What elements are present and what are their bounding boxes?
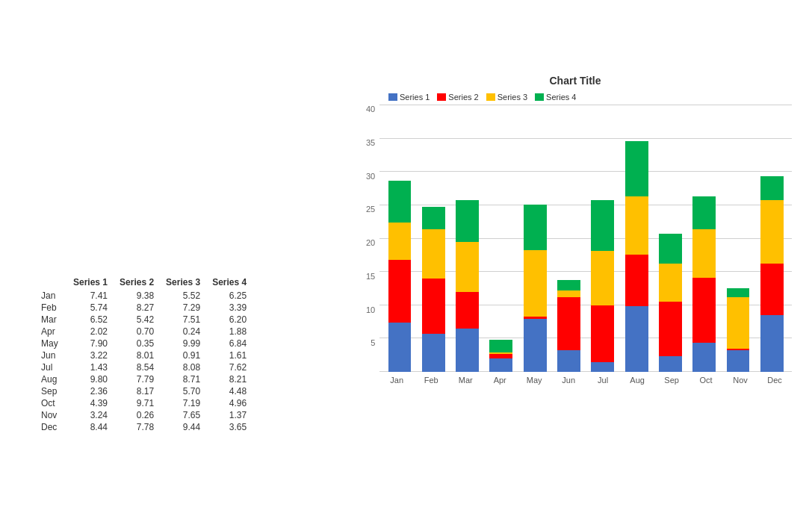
bar-segment-s1	[760, 315, 784, 372]
bar-segment-s4	[659, 234, 682, 264]
chart-area: Chart Title Series 1Series 2Series 3Seri…	[359, 75, 792, 441]
bar-group	[450, 105, 484, 372]
bar-group	[417, 105, 450, 372]
y-axis-tick: 5	[371, 338, 375, 347]
table-row: Mar 6.52 5.42 7.51 6.20	[41, 314, 252, 326]
cell-s2: 7.78	[114, 421, 160, 433]
y-axis: 403530252015105	[366, 105, 379, 388]
table-row: Sep 2.36 8.17 5.70 4.48	[41, 385, 252, 397]
x-axis-label: Jul	[586, 372, 620, 388]
table-row: Feb 5.74 8.27 7.29 3.39	[41, 302, 252, 314]
cell-s1: 7.90	[67, 338, 114, 349]
legend-item-4: Series 4	[535, 93, 576, 102]
cell-s1: 3.24	[67, 409, 114, 421]
cell-s1: 2.02	[67, 326, 114, 338]
bar-segment-s1	[692, 343, 716, 372]
bar-segment-s4	[760, 176, 784, 201]
cell-s4: 1.37	[206, 409, 252, 421]
table-row: Aug 9.80 7.79 8.71 8.21	[41, 373, 252, 385]
legend-color-4	[535, 93, 544, 101]
x-axis-label: Jun	[551, 372, 586, 388]
cell-s1: 2.36	[67, 385, 114, 397]
x-axis-label: Dec	[757, 372, 792, 388]
cell-s2: 8.54	[114, 361, 160, 373]
bar-group	[382, 105, 416, 372]
col-header-s1: Series 1	[67, 276, 114, 290]
bar-group	[755, 105, 789, 372]
bar-group	[654, 105, 687, 372]
col-header-s3: Series 3	[160, 276, 206, 290]
y-axis-tick: 20	[366, 238, 375, 247]
col-header-s4: Series 4	[206, 276, 252, 290]
row-label: Jan	[41, 290, 67, 302]
bar-segment-s2	[625, 255, 648, 307]
cell-s4: 1.61	[206, 349, 252, 361]
bar-segment-s3	[760, 200, 784, 263]
cell-s4: 3.39	[206, 302, 252, 314]
bar-segment-s3	[591, 251, 614, 305]
bar-segment-s1	[456, 329, 479, 372]
page-container: Series 1 Series 2 Series 3 Series 4 Jan …	[0, 0, 812, 513]
cell-s2: 8.27	[114, 302, 160, 314]
row-label: Aug	[41, 373, 67, 385]
chart-legend: Series 1Series 2Series 3Series 4	[388, 93, 792, 102]
row-label: Jul	[41, 361, 67, 373]
cell-s2: 5.42	[114, 314, 160, 326]
cell-s1: 3.22	[67, 349, 114, 361]
cell-s3: 0.24	[160, 326, 206, 338]
row-label: Jun	[41, 349, 67, 361]
cell-s4: 7.62	[206, 361, 252, 373]
bar-segment-s2	[388, 260, 412, 323]
bar-segment-s4	[625, 141, 648, 196]
cell-s3: 7.51	[160, 314, 206, 326]
cell-s1: 5.74	[67, 302, 114, 314]
bar-segment-s4	[692, 196, 716, 229]
bar-segment-s4	[591, 200, 614, 251]
cell-s2: 9.38	[114, 290, 160, 302]
bar-segment-s4	[727, 288, 750, 297]
cell-s4: 4.48	[206, 385, 252, 397]
bar-segment-s4	[456, 200, 479, 241]
cell-s4: 6.84	[206, 338, 252, 349]
bar-segment-s3	[456, 242, 479, 292]
legend-label-1: Series 1	[400, 93, 430, 102]
cell-s3: 8.71	[160, 373, 206, 385]
row-label: Dec	[41, 421, 67, 433]
table-row: May 7.90 0.35 9.99 6.84	[41, 338, 252, 349]
bar-segment-s3	[524, 250, 547, 317]
table-row: Jun 3.22 8.01 0.91 1.61	[41, 349, 252, 361]
row-label: May	[41, 338, 67, 349]
legend-color-1	[388, 93, 397, 101]
bar-segment-s1	[524, 319, 547, 372]
row-label: Nov	[41, 409, 67, 421]
row-label: Feb	[41, 302, 67, 314]
cell-s3: 7.65	[160, 409, 206, 421]
x-axis-label: Nov	[723, 372, 757, 388]
table-row: Jan 7.41 9.38 5.52 6.25	[41, 290, 252, 302]
x-axis-label: May	[517, 372, 551, 388]
stacked-bar	[659, 234, 682, 372]
y-axis-tick: 30	[366, 172, 375, 181]
legend-item-2: Series 2	[437, 93, 478, 102]
cell-s1: 1.43	[67, 361, 114, 373]
cell-s3: 5.70	[160, 385, 206, 397]
table-row: Nov 3.24 0.26 7.65 1.37	[41, 409, 252, 421]
x-axis-label: Jan	[379, 372, 414, 388]
cell-s4: 8.21	[206, 373, 252, 385]
bar-segment-s2	[760, 264, 784, 316]
bar-segment-s3	[625, 196, 648, 255]
stacked-bar	[524, 205, 547, 372]
bar-group	[552, 105, 586, 372]
cell-s3: 0.91	[160, 349, 206, 361]
bar-segment-s3	[692, 229, 716, 277]
bar-group	[518, 105, 552, 372]
cell-s1: 7.41	[67, 290, 114, 302]
bar-group	[619, 105, 653, 372]
bar-group	[721, 105, 754, 372]
row-label: Oct	[41, 397, 67, 409]
stacked-bar	[760, 176, 784, 372]
bar-segment-s1	[489, 358, 512, 372]
cell-s4: 6.20	[206, 314, 252, 326]
cell-s4: 6.25	[206, 290, 252, 302]
bar-group	[484, 105, 518, 372]
